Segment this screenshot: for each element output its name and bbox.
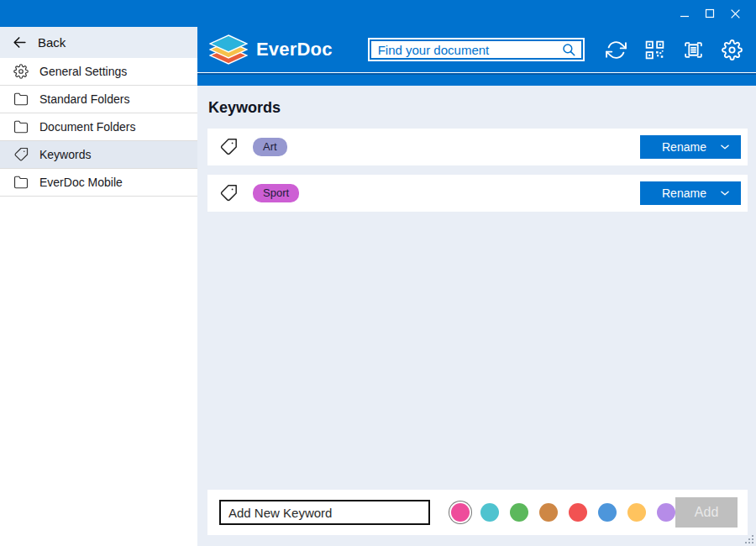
settings-gear-icon[interactable] (722, 39, 743, 60)
minimize-icon (680, 8, 690, 18)
keyword-badge: Art (253, 138, 287, 156)
color-swatch-green[interactable] (510, 503, 528, 522)
everdoc-logo (209, 34, 248, 65)
rename-button[interactable]: Rename (640, 181, 741, 205)
main-area: EverDoc (197, 27, 756, 546)
color-swatch-yellow[interactable] (627, 503, 646, 522)
new-keyword-input[interactable] (219, 500, 430, 525)
keyword-badge: Sport (253, 184, 299, 202)
sidebar-item-general-settings[interactable]: General Settings (0, 58, 197, 86)
chevron-down-icon (719, 141, 731, 153)
scan-document-icon[interactable] (683, 39, 704, 60)
back-arrow-icon (12, 34, 28, 50)
sidebar-item-label: Standard Folders (39, 92, 129, 106)
color-swatches (451, 503, 675, 522)
color-swatch-pink[interactable] (451, 503, 470, 522)
app-window: Back General Settings Standard Folders D… (0, 0, 756, 546)
app-header: EverDoc (197, 27, 756, 72)
keyword-row-sport: Sport Rename (207, 175, 748, 212)
rename-label: Rename (662, 140, 706, 154)
sidebar-item-keywords[interactable]: Keywords (0, 141, 197, 169)
close-button[interactable] (722, 3, 748, 24)
maximize-button[interactable] (697, 3, 722, 24)
folder-icon (13, 92, 29, 107)
resize-grip[interactable] (743, 533, 754, 544)
folder-icon (13, 119, 29, 134)
maximize-icon (705, 8, 715, 18)
folder-icon (13, 175, 29, 190)
close-icon (730, 8, 741, 19)
app-name: EverDoc (256, 39, 333, 60)
back-label: Back (38, 35, 66, 50)
minimize-button[interactable] (672, 3, 697, 24)
search-icon[interactable] (561, 42, 576, 57)
tag-icon (219, 138, 238, 156)
search-box (368, 38, 585, 61)
tag-icon (13, 147, 29, 162)
settings-sidebar: Back General Settings Standard Folders D… (0, 27, 197, 546)
header-sub-strip (197, 75, 756, 86)
color-swatch-red[interactable] (569, 503, 587, 522)
chevron-down-icon (719, 187, 731, 199)
page-title: Keywords (208, 99, 748, 117)
sidebar-item-label: General Settings (39, 65, 127, 78)
rename-label: Rename (662, 186, 706, 200)
sidebar-item-label: Document Folders (39, 120, 135, 134)
tag-icon (219, 184, 238, 202)
gear-icon (13, 64, 29, 79)
keywords-panel: Keywords Art Rename Sport (197, 86, 756, 546)
sidebar-item-label: Keywords (39, 148, 91, 161)
color-swatch-purple[interactable] (657, 503, 675, 522)
color-swatch-teal[interactable] (480, 503, 499, 522)
sidebar-item-everdoc-mobile[interactable]: EverDoc Mobile (0, 169, 197, 197)
sidebar-item-document-folders[interactable]: Document Folders (0, 113, 197, 141)
sidebar-item-label: EverDoc Mobile (39, 176, 123, 189)
sidebar-item-standard-folders[interactable]: Standard Folders (0, 86, 197, 113)
rename-button[interactable]: Rename (640, 135, 741, 159)
color-swatch-blue[interactable] (598, 503, 617, 522)
search-input[interactable] (378, 43, 561, 57)
add-keyword-bar: Add (207, 490, 748, 535)
qr-code-icon[interactable] (644, 39, 665, 60)
color-swatch-orange[interactable] (539, 503, 558, 522)
back-button[interactable]: Back (0, 27, 197, 58)
add-button[interactable]: Add (675, 497, 738, 528)
keyword-row-art: Art Rename (207, 129, 748, 165)
title-bar (0, 0, 756, 27)
sync-icon[interactable] (606, 39, 627, 60)
